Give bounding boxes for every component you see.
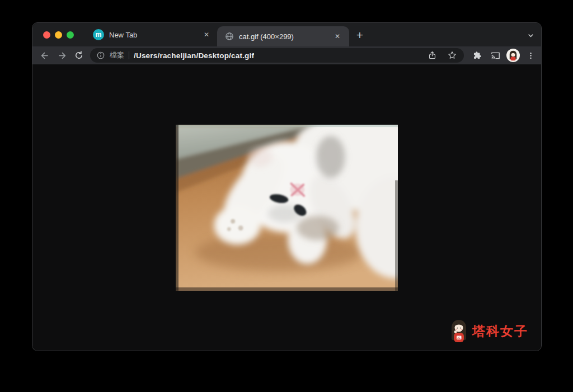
browser-menu-button[interactable] [523, 48, 538, 63]
three-dot-menu-icon [527, 51, 535, 60]
reload-icon [74, 50, 84, 60]
share-icon [428, 50, 437, 60]
watermark: 3C 塔科女子 [449, 319, 528, 343]
url-scheme-label: 檔案 [110, 50, 124, 60]
avatar-girl-icon [508, 50, 519, 61]
new-tab-button[interactable]: + [352, 27, 368, 43]
close-tab-icon[interactable]: ✕ [201, 30, 212, 40]
new-tab-favicon-icon: m [93, 29, 104, 40]
window-controls [43, 31, 74, 39]
tab-cat-gif[interactable]: cat.gif (400×299) ✕ [217, 26, 349, 46]
toolbar: 檔案 /Users/racheljian/Desktop/cat.gif [32, 46, 541, 64]
tab-strip: m New Tab ✕ cat.gif (400×299) ✕ + [32, 23, 541, 46]
cat-gif-image [176, 125, 398, 291]
puzzle-icon [472, 50, 482, 60]
cast-icon [490, 50, 501, 61]
back-arrow-icon [39, 50, 50, 61]
tab-new-tab[interactable]: m New Tab ✕ [84, 23, 218, 46]
page-info-button[interactable] [96, 51, 105, 60]
share-button[interactable] [428, 50, 437, 60]
browser-window: m New Tab ✕ cat.gif (400×299) ✕ + [32, 22, 542, 351]
tab-title: New Tab [109, 31, 196, 39]
chevron-down-icon [527, 31, 535, 40]
close-window-button[interactable] [43, 31, 50, 39]
fullscreen-window-button[interactable] [67, 31, 74, 39]
watermark-girl-icon: 3C [449, 319, 468, 343]
minimize-window-button[interactable] [55, 31, 62, 39]
globe-favicon-icon [225, 32, 234, 41]
forward-arrow-icon [57, 50, 68, 61]
extensions-button[interactable] [469, 48, 485, 63]
reload-button[interactable] [71, 48, 87, 63]
forward-button[interactable] [54, 48, 70, 63]
tab-search-button[interactable] [523, 27, 538, 43]
address-bar[interactable]: 檔案 /Users/racheljian/Desktop/cat.gif [90, 48, 464, 63]
cast-button[interactable] [487, 48, 503, 63]
desktop-background: m New Tab ✕ cat.gif (400×299) ✕ + [0, 0, 573, 392]
omnibox-divider [129, 51, 129, 59]
tab-title: cat.gif (400×299) [239, 32, 327, 41]
watermark-text: 塔科女子 [472, 323, 528, 340]
star-icon [447, 50, 457, 60]
watermark-badge-label: 3C [457, 337, 461, 339]
profile-avatar[interactable] [506, 49, 520, 62]
page-content: 3C 塔科女子 [32, 65, 541, 351]
close-tab-icon[interactable]: ✕ [332, 31, 342, 41]
back-button[interactable] [36, 48, 52, 63]
url-text[interactable]: /Users/racheljian/Desktop/cat.gif [134, 51, 254, 60]
bookmark-button[interactable] [447, 50, 457, 60]
